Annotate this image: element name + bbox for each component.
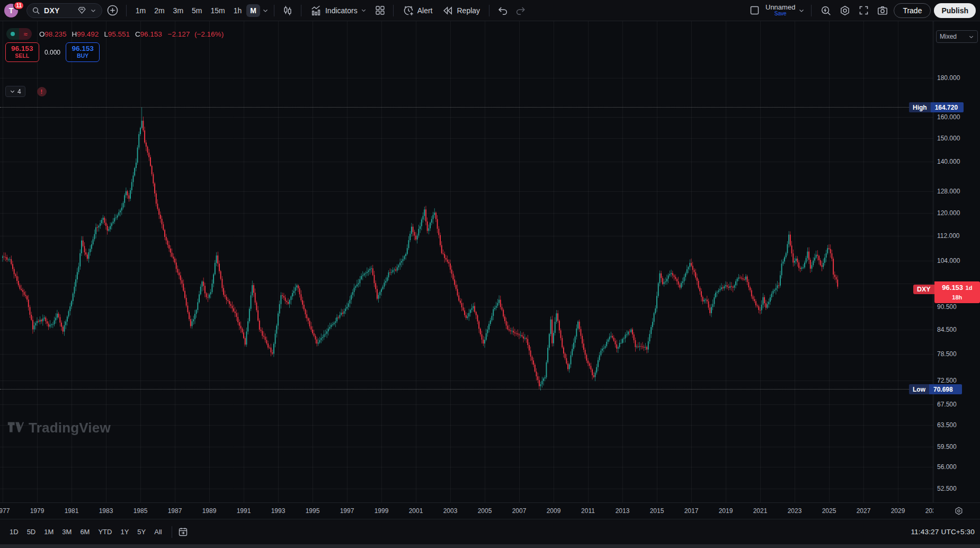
price-axis-label: 63.500 <box>937 421 957 429</box>
alert-button[interactable]: Alert <box>399 3 436 19</box>
user-menu[interactable]: T 11 <box>4 3 22 19</box>
price-axis-label: 128.000 <box>937 188 960 195</box>
toolbar-separator <box>274 5 274 16</box>
ohlc-values[interactable]: O98.235 H99.492 L95.551 C96.153 −2.127 (… <box>36 30 224 38</box>
redo-icon[interactable] <box>513 3 529 19</box>
plan-gem-icon[interactable] <box>77 6 86 15</box>
price-scale-mode-select[interactable]: Mixed <box>936 30 978 43</box>
change-value: −2.127 <box>168 30 190 38</box>
snapshot-camera-icon[interactable] <box>875 3 890 19</box>
chart-pane[interactable]: ≈ O98.235 H99.492 L95.551 C96.153 −2.127… <box>0 21 980 502</box>
buy-price: 96.153 <box>72 45 93 53</box>
range-3m[interactable]: 3M <box>58 525 76 538</box>
data-warning-icon[interactable]: ! <box>37 87 47 96</box>
layout-name-save[interactable]: Unnamed Save <box>765 4 795 16</box>
indicator-templates-icon[interactable] <box>372 3 388 18</box>
chevron-down-icon <box>968 34 974 40</box>
indicators-chevron-icon[interactable] <box>361 7 367 13</box>
toolbar-separator <box>393 5 394 16</box>
indicators-button[interactable]: Indicators <box>307 3 370 19</box>
close-value: 96.153 <box>140 30 162 38</box>
toolbar-separator <box>489 5 489 16</box>
fullscreen-icon[interactable] <box>856 3 871 18</box>
interval-monthly-active[interactable]: M <box>246 4 260 17</box>
save-button[interactable]: Save <box>774 11 787 17</box>
collapse-sources-button[interactable]: 4 <box>5 86 25 97</box>
replay-label: Replay <box>457 6 480 15</box>
price-axis-label: 104.000 <box>937 257 960 264</box>
range-1d[interactable]: 1D <box>5 525 23 538</box>
settings-gear-icon[interactable] <box>837 3 853 19</box>
range-ytd[interactable]: YTD <box>94 525 116 538</box>
time-axis-year-label: 2003 <box>443 507 458 515</box>
candlestick-chart-canvas[interactable] <box>0 21 933 502</box>
trade-button[interactable]: Trade <box>894 3 931 18</box>
notifications-badge[interactable]: 11 <box>13 1 24 10</box>
session-clock[interactable]: 11:43:27 UTC+5:30 <box>911 528 975 536</box>
chevron-down-icon[interactable] <box>90 7 96 14</box>
interval-15m[interactable]: 15m <box>207 4 229 17</box>
publish-button[interactable]: Publish <box>934 3 976 18</box>
indicators-label: Indicators <box>325 6 358 15</box>
toolbar-separator <box>172 526 172 538</box>
layout-select-icon[interactable] <box>747 3 762 18</box>
low-price-badge[interactable]: Low 70.698 <box>909 384 962 394</box>
symbol-status-toggle[interactable]: ≈ <box>6 28 32 40</box>
time-axis-year-label: 2029 <box>891 507 905 515</box>
price-axis-label: 52.500 <box>937 485 957 492</box>
layout-name-label[interactable]: Unnamed <box>765 4 795 11</box>
price-axis[interactable]: Mixed 180.000160.000150.000140.000128.00… <box>934 21 980 502</box>
high-price-badge[interactable]: High 164.720 <box>909 102 964 112</box>
go-to-date-icon[interactable] <box>177 526 189 537</box>
time-axis-year-label: 1977 <box>0 507 10 515</box>
interval-3m[interactable]: 3m <box>170 4 187 17</box>
time-axis-year-label: 2011 <box>581 507 595 515</box>
replay-button[interactable]: Replay <box>438 3 484 19</box>
range-5y[interactable]: 5Y <box>133 525 150 538</box>
current-price-badge[interactable]: DXY 96.153 1d 18h <box>913 281 980 303</box>
price-axis-label: 56.000 <box>937 463 957 471</box>
symbol-search[interactable]: DXY <box>26 3 102 18</box>
buy-label: BUY <box>77 53 88 59</box>
tradingview-logo-icon <box>7 420 24 436</box>
sell-button[interactable]: 96.153 SELL <box>5 42 39 62</box>
buy-button[interactable]: 96.153 BUY <box>66 42 100 62</box>
low-dotted-line <box>0 389 922 390</box>
time-axis-year-label: 1979 <box>30 507 44 515</box>
axis-settings-gear-icon[interactable] <box>954 506 964 516</box>
time-axis-year-label: 2019 <box>719 507 733 515</box>
range-6m[interactable]: 6M <box>76 525 94 538</box>
range-all[interactable]: All <box>150 525 166 538</box>
quick-search-icon[interactable] <box>818 3 834 19</box>
time-axis-year-label: 1993 <box>271 507 286 515</box>
price-axis-label: 160.000 <box>937 113 960 121</box>
time-axis-years[interactable]: 1977197919811983198519871989199119931995… <box>0 503 933 519</box>
range-1m[interactable]: 1M <box>40 525 58 538</box>
replay-rewind-icon <box>442 5 453 16</box>
time-axis-year-label: 2025 <box>822 507 836 515</box>
tradingview-app: T 11 DXY 1m 2m 3m 5m 15m 1h M <box>0 0 980 548</box>
high-badge-value: 164.720 <box>931 102 964 112</box>
undo-icon[interactable] <box>495 3 511 19</box>
open-label: O <box>39 30 45 38</box>
range-5d[interactable]: 5D <box>23 525 40 538</box>
high-dotted-line <box>0 107 922 108</box>
bottom-strip <box>0 544 980 548</box>
toolbar-separator <box>301 5 301 16</box>
interval-chevron-icon[interactable] <box>262 7 269 14</box>
price-scale-mode-value: Mixed <box>940 33 957 40</box>
time-axis-year-label: 2031 <box>925 507 933 515</box>
time-axis[interactable]: 1977197919811983198519871989199119931995… <box>0 502 980 519</box>
time-axis-year-label: 1983 <box>99 507 113 515</box>
interval-5m[interactable]: 5m <box>188 4 206 17</box>
bottom-toolbar: 1D 5D 1M 3M 6M YTD 1Y 5Y All 11:43:27 UT… <box>0 519 980 544</box>
layout-chevron-icon[interactable] <box>798 7 805 14</box>
compare-add-icon[interactable] <box>104 2 121 19</box>
range-1y[interactable]: 1Y <box>116 525 133 538</box>
interval-1h[interactable]: 1h <box>230 4 246 17</box>
chart-style-candles-icon[interactable] <box>280 3 296 19</box>
interval-1m[interactable]: 1m <box>132 4 149 17</box>
time-axis-year-label: 2015 <box>650 507 664 515</box>
interval-2m[interactable]: 2m <box>150 4 168 17</box>
price-axis-label: 112.000 <box>937 232 960 240</box>
